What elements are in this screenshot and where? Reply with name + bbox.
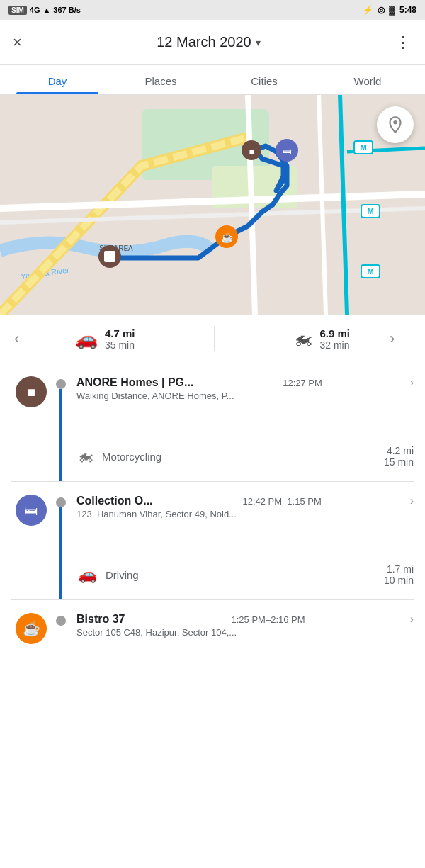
data-speed: 367 B/s (53, 6, 81, 14)
entry-1-chevron[interactable]: › (410, 376, 414, 389)
entry-3-address: Sector 105 C48, Hazipur, Sector 104,... (76, 627, 414, 638)
motorcycling-label: Motorcycling (102, 451, 375, 463)
entry-1-place-icon: ■ (16, 376, 47, 407)
clock: 5:48 (400, 5, 416, 15)
date-label: 12 March 2020 (157, 34, 251, 50)
close-button[interactable]: × (13, 33, 22, 52)
entry-2-line (60, 507, 62, 550)
svg-text:■: ■ (249, 147, 254, 157)
timeline: ■ ANORE Homes | PG... 12:27 PM › Walking… (0, 363, 425, 644)
entry-1-dot (56, 379, 66, 389)
transport-next-button[interactable]: › (390, 329, 411, 348)
location-icon: ◎ (378, 5, 385, 15)
entry-2-time: 12:42 PM–1:15 PM (242, 496, 321, 507)
header-title: 12 March 2020 ▾ (157, 34, 260, 50)
motorcycling-duration: 15 min (384, 456, 414, 468)
entry-2-line-area (51, 482, 71, 550)
svg-point-20 (393, 120, 397, 124)
entry-3-name: Bistro 37 (76, 613, 125, 626)
motorcycling-icon: 🏍 (78, 447, 94, 466)
entry-3-line-area (51, 600, 71, 644)
travel-1-line (60, 432, 62, 481)
svg-text:M: M (367, 207, 373, 215)
entry-1-content[interactable]: ANORE Homes | PG... 12:27 PM › Walking D… (71, 363, 425, 432)
wifi-icon: ▲ (42, 6, 50, 14)
entry-1-icon-area: ■ (0, 363, 51, 432)
timeline-entry-2: 🛏 Collection O... 12:42 PM–1:15 PM › 123… (0, 482, 425, 550)
svg-text:🛏: 🛏 (282, 145, 292, 157)
transport-bar: ‹ 🚗 4.7 mi 35 min 🏍 6.9 mi 32 min › (0, 315, 425, 363)
tab-world[interactable]: World (316, 65, 419, 94)
svg-text:☕: ☕ (221, 232, 234, 244)
signal-bars: 4G (30, 6, 40, 14)
tab-places[interactable]: Places (109, 65, 212, 94)
motorcycle-transport-option[interactable]: 🏍 6.9 mi 32 min (294, 327, 350, 351)
tab-day[interactable]: Day (6, 65, 109, 94)
driving-duration: 10 min (384, 575, 414, 586)
car-time: 35 min (105, 339, 135, 351)
tab-cities[interactable]: Cities (212, 65, 316, 94)
entry-2-chevron[interactable]: › (410, 495, 414, 507)
entry-3-icon-area: ☕ (0, 600, 51, 644)
tabs-bar: Day Places Cities World (0, 65, 425, 95)
transport-options: 🚗 4.7 mi 35 min 🏍 6.9 mi 32 min (35, 326, 390, 351)
entry-1-time: 12:27 PM (283, 378, 322, 388)
entry-3-place-icon: ☕ (16, 613, 47, 644)
motorcycling-distance: 4.2 mi (387, 445, 414, 456)
svg-text:M: M (360, 143, 366, 152)
car-transport-option[interactable]: 🚗 4.7 mi 35 min (75, 327, 135, 351)
status-bar-left: SIM 4G ▲ 367 B/s (8, 6, 81, 15)
travel-segment-1: 🏍 Motorcycling 4.2 mi 15 min (0, 432, 425, 481)
entry-1-line-area (51, 363, 71, 432)
travel-2-line (60, 550, 62, 599)
timeline-entry-3: ☕ Bistro 37 1:25 PM–2:16 PM › Sector 105… (0, 600, 425, 644)
car-icon: 🚗 (75, 328, 98, 350)
battery-icon: ▓ (389, 5, 395, 15)
status-bar-right: ⚡ ◎ ▓ 5:48 (363, 5, 416, 15)
entry-2-address: 123, Hanuman Vihar, Sector 49, Noid... (76, 509, 414, 519)
entry-2-icon-area: 🛏 (0, 482, 51, 550)
more-options-button[interactable]: ⋮ (395, 33, 412, 52)
carrier-label: SIM (8, 6, 27, 15)
motorcycle-icon: 🏍 (294, 328, 312, 350)
entry-3-time: 1:25 PM–2:16 PM (232, 614, 305, 625)
transport-prev-button[interactable]: ‹ (14, 329, 35, 348)
transport-divider (214, 326, 215, 351)
motorcycle-distance: 6.9 mi (319, 327, 350, 339)
entry-1-line (60, 389, 62, 432)
entry-3-content[interactable]: Bistro 37 1:25 PM–2:16 PM › Sector 105 C… (71, 600, 425, 644)
motorcycle-time: 32 min (319, 339, 350, 351)
svg-rect-13 (104, 251, 115, 262)
entry-2-dot (56, 497, 66, 507)
entry-3-dot (56, 616, 66, 626)
timeline-entry-1: ■ ANORE Homes | PG... 12:27 PM › Walking… (0, 363, 425, 432)
map-view[interactable]: Yamuna River M M M SUBAREA सुबरा ☕ 🛏 (0, 95, 425, 315)
header: × 12 March 2020 ▾ ⋮ (0, 20, 425, 65)
travel-segment-2: 🚗 Driving 1.7 mi 10 min (0, 550, 425, 599)
status-bar: SIM 4G ▲ 367 B/s ⚡ ◎ ▓ 5:48 (0, 0, 425, 20)
entry-2-content[interactable]: Collection O... 12:42 PM–1:15 PM › 123, … (71, 482, 425, 550)
entry-1-name: ANORE Homes | PG... (76, 376, 193, 389)
entry-3-chevron[interactable]: › (410, 613, 414, 626)
svg-text:M: M (367, 267, 373, 276)
driving-icon: 🚗 (78, 565, 97, 584)
driving-distance: 1.7 mi (387, 563, 414, 575)
bluetooth-icon: ⚡ (363, 5, 373, 15)
my-location-button[interactable] (377, 106, 414, 143)
entry-2-name: Collection O... (76, 495, 153, 507)
entry-2-place-icon: 🛏 (16, 495, 47, 526)
date-dropdown-arrow[interactable]: ▾ (256, 37, 261, 48)
driving-label: Driving (106, 569, 375, 581)
entry-1-address: Walking Distance, ANORE Homes, P... (76, 390, 414, 401)
car-distance: 4.7 mi (105, 327, 135, 339)
